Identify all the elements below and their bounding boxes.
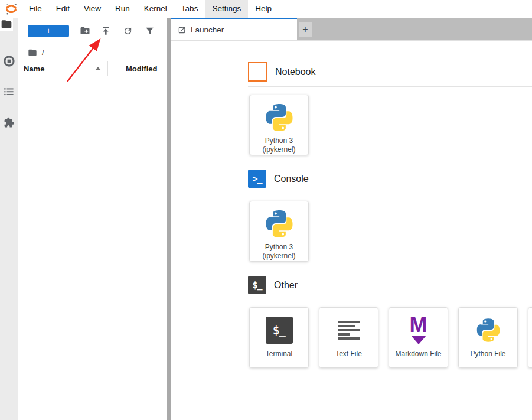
filter-button[interactable]	[144, 25, 155, 36]
file-browser-toolbar: +	[18, 18, 167, 44]
launcher-tab-icon	[178, 26, 186, 34]
main-dock-panel: Launcher + Notebook Python 3 (ipykernel)	[171, 18, 532, 420]
folder-icon	[1, 18, 12, 30]
notebook-python3-card[interactable]: Python 3 (ipykernel)	[249, 95, 309, 155]
markdown-icon: M	[410, 316, 427, 344]
launcher-panel: Notebook Python 3 (ipykernel) >_ Console	[171, 40, 532, 420]
sidebar-tab-table-of-contents[interactable]	[2, 85, 15, 98]
running-sessions-icon	[3, 55, 15, 67]
sidebar-tab-running-sessions[interactable]	[2, 54, 15, 67]
sidebar-tab-extension-manager[interactable]	[2, 116, 15, 129]
puzzle-icon	[4, 117, 15, 128]
new-tab-button[interactable]: +	[299, 22, 312, 37]
column-header-modified[interactable]: Modified	[108, 64, 157, 73]
refresh-icon	[123, 26, 133, 36]
python-logo-icon	[263, 102, 295, 134]
menu-item-run[interactable]: Run	[108, 0, 137, 18]
section-title-notebook: Notebook	[275, 67, 316, 77]
section-notebook: Notebook Python 3 (ipykernel)	[248, 62, 532, 155]
console-icon: >_	[248, 170, 266, 188]
menu-item-edit[interactable]: Edit	[49, 0, 77, 18]
new-folder-button[interactable]	[80, 25, 90, 36]
breadcrumb-path[interactable]: /	[42, 48, 44, 57]
upload-icon	[101, 26, 110, 35]
menu-item-kernel[interactable]: Kernel	[137, 0, 174, 18]
panel-splitter[interactable]	[167, 18, 171, 420]
jupyter-logo-icon	[5, 2, 18, 15]
python-logo-icon	[263, 208, 295, 240]
left-sidebar	[0, 18, 18, 420]
menu-item-settings[interactable]: Settings	[205, 0, 248, 18]
terminal-card[interactable]: $_ Terminal	[249, 307, 309, 368]
tab-bar: Launcher +	[171, 18, 532, 40]
terminal-icon: $_	[266, 317, 293, 344]
breadcrumb-folder-icon[interactable]	[28, 48, 37, 57]
kernel-subname: (ipykernel)	[262, 252, 295, 261]
section-other: $_ Other $_ Terminal Text File	[248, 276, 532, 368]
new-folder-icon	[80, 25, 90, 36]
sidebar-tab-file-browser[interactable]	[0, 18, 13, 31]
console-python3-card[interactable]: Python 3 (ipykernel)	[249, 201, 309, 262]
section-title-console: Console	[274, 174, 309, 184]
notebook-icon	[248, 62, 267, 82]
python-logo-icon	[475, 317, 502, 344]
text-file-card[interactable]: Text File	[319, 307, 378, 368]
kernel-name: Python 3	[262, 243, 295, 252]
refresh-button[interactable]	[122, 25, 133, 36]
other-section-icon: $_	[248, 276, 266, 294]
section-divider	[248, 299, 532, 299]
breadcrumb: /	[18, 44, 167, 61]
tab-launcher[interactable]: Launcher	[171, 18, 297, 40]
kernel-subname: (ipykernel)	[262, 145, 295, 154]
sort-ascending-icon	[95, 67, 101, 70]
list-icon	[4, 86, 14, 97]
python-file-card[interactable]: Python File	[458, 307, 518, 368]
markdown-file-card[interactable]: M Markdown File	[389, 307, 448, 368]
menu-bar: File Edit View Run Kernel Tabs Settings …	[0, 0, 532, 18]
section-title-other: Other	[274, 280, 298, 291]
menu-item-view[interactable]: View	[77, 0, 108, 18]
menu-item-tabs[interactable]: Tabs	[174, 0, 205, 18]
filter-icon	[145, 27, 154, 35]
kernel-name: Python 3	[262, 136, 295, 145]
new-launcher-button[interactable]: +	[28, 25, 69, 37]
column-header-name[interactable]: Name	[18, 61, 107, 76]
section-console: >_ Console Python 3 (ipykernel)	[248, 170, 532, 262]
upload-button[interactable]	[100, 25, 111, 36]
file-list-header: Name Modified	[18, 61, 167, 76]
menu-item-help[interactable]: Help	[248, 0, 279, 18]
tab-launcher-label: Launcher	[191, 25, 224, 34]
menu-item-file[interactable]: File	[22, 0, 49, 18]
file-browser-panel: + / Name	[18, 18, 167, 420]
clipped-card[interactable]	[528, 307, 532, 368]
section-divider	[248, 86, 532, 87]
text-file-icon	[338, 321, 360, 340]
section-divider	[248, 193, 532, 193]
